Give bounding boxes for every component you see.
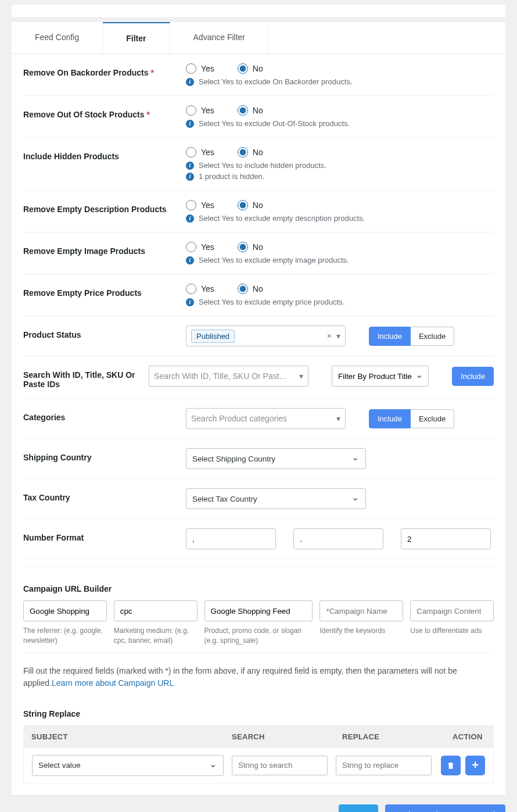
label-search-products: Search With ID, Title, SKU Or Paste IDs (23, 366, 149, 389)
th-search: SEARCH (232, 732, 342, 741)
string-search-input[interactable] (232, 756, 328, 775)
decimal-separator-input[interactable] (293, 528, 383, 549)
campaign-medium-desc: Marketing medium: (e.g. cpc, banner, ema… (114, 626, 198, 646)
string-replace-row: Select value + (23, 748, 494, 784)
decimal-precision-input[interactable] (401, 528, 491, 549)
help-empty-desc: Select Yes to exclude empty description … (199, 214, 365, 223)
label-tax-country: Tax Country (23, 488, 186, 502)
status-exclude-button[interactable]: Exclude (411, 327, 454, 346)
campaign-source-desc: The referrer: (e.g. google, newsletter) (23, 626, 107, 646)
tab-bar: Feed Config Filter Advance Filter (12, 22, 505, 54)
campaign-campaign-desc: Product, promo code, or slogan (e.g. spr… (204, 626, 313, 646)
update-generate-button[interactable]: Update And Generate Feed (385, 804, 505, 812)
filter-by-select[interactable]: Filter By Product Title (332, 366, 429, 387)
info-icon: i (186, 214, 194, 223)
chevron-down-icon[interactable]: ▾ (336, 331, 340, 341)
learn-more-link[interactable]: Learn more about Campaign URL (52, 678, 174, 688)
label-number-format: Number Format (23, 528, 186, 542)
info-icon: i (186, 162, 194, 170)
help-backorder: Select Yes to exclude On Backorder produ… (199, 77, 353, 86)
campaign-medium-input[interactable] (114, 600, 198, 621)
radio-hidden-no[interactable]: No (238, 147, 263, 158)
clear-icon[interactable]: × (327, 331, 332, 341)
radio-oos-yes[interactable]: Yes (186, 105, 214, 116)
help-empty-img: Select Yes to exclude empty image produc… (199, 256, 349, 264)
search-products-select[interactable]: Search With ID, Title, SKU Or Past… ▾ (149, 366, 308, 387)
radio-hidden-yes[interactable]: Yes (186, 147, 214, 158)
info-icon: i (186, 256, 194, 264)
th-subject: SUBJECT (31, 732, 232, 741)
status-tag-published: Published (191, 330, 235, 343)
radio-empty-desc-yes[interactable]: Yes (186, 200, 214, 210)
info-icon: i (186, 298, 194, 306)
filter-panel: Remove On Backorder Products * Yes No iS… (12, 54, 505, 795)
radio-backorder-yes[interactable]: Yes (186, 63, 214, 74)
string-replace-header: SUBJECT SEARCH REPLACE ACTION (23, 725, 494, 748)
radio-empty-desc-no[interactable]: No (238, 200, 263, 210)
add-row-button[interactable]: + (465, 756, 485, 775)
campaign-note: Fill out the required fields (marked wit… (23, 660, 494, 699)
label-include-hidden: Include Hidden Products (23, 147, 186, 161)
categories-include-button[interactable]: Include (369, 409, 411, 428)
trash-icon (447, 761, 455, 770)
label-remove-empty-price: Remove Empty Price Products (23, 284, 186, 298)
help-hidden-1: Select Yes to include hidden products. (199, 161, 326, 170)
search-placeholder: Search With ID, Title, SKU Or Past… (154, 371, 288, 381)
tab-feed-config[interactable]: Feed Config (12, 22, 103, 53)
radio-oos-no[interactable]: No (238, 105, 263, 116)
label-shipping-country: Shipping Country (23, 448, 186, 462)
campaign-name-input[interactable] (319, 600, 403, 621)
campaign-name-desc: Identify the keywords (319, 626, 403, 636)
campaign-content-input[interactable] (410, 600, 494, 621)
status-select[interactable]: Published ×▾ (186, 325, 346, 346)
search-include-button[interactable]: Include (452, 367, 494, 386)
radio-empty-price-yes[interactable]: Yes (186, 284, 214, 294)
tab-advance-filter[interactable]: Advance Filter (170, 22, 269, 53)
radio-empty-price-no[interactable]: No (238, 284, 263, 294)
plus-icon: + (472, 759, 479, 772)
radio-backorder-no[interactable]: No (238, 63, 263, 74)
categories-placeholder: Search Product categories (191, 414, 287, 423)
delete-row-button[interactable] (441, 756, 461, 775)
top-card (12, 5, 505, 17)
categories-select[interactable]: Search Product categories ▾ (186, 408, 346, 429)
label-categories: Categories (23, 408, 186, 422)
subject-select[interactable]: Select value (32, 755, 224, 776)
shipping-country-select[interactable]: Select Shipping Country (186, 448, 366, 469)
campaign-source-input[interactable] (23, 600, 107, 621)
campaign-content-desc: Use to differentiate ads (410, 626, 494, 636)
thousands-separator-input[interactable] (186, 528, 276, 549)
string-replace-heading: String Replace (23, 699, 494, 725)
label-product-status: Product Status (23, 325, 186, 339)
save-button[interactable]: Save (339, 804, 378, 812)
radio-empty-img-yes[interactable]: Yes (186, 242, 214, 252)
help-empty-price: Select Yes to exclude empty price produc… (199, 298, 344, 306)
label-remove-oos: Remove Out Of Stock Products * (23, 105, 186, 119)
label-remove-empty-desc: Remove Empty Description Products (23, 200, 186, 214)
radio-empty-img-no[interactable]: No (238, 242, 263, 252)
info-icon: i (186, 78, 194, 86)
string-replace-input[interactable] (336, 756, 432, 775)
tax-country-select[interactable]: Select Tax Country (186, 488, 366, 509)
status-include-button[interactable]: Include (369, 327, 411, 346)
campaign-campaign-input[interactable] (204, 600, 313, 621)
help-oos: Select Yes to exclude Out-Of-Stock produ… (199, 119, 350, 128)
help-hidden-2: 1 product is hidden. (199, 172, 264, 181)
campaign-url-heading: Campaign URL Builder (23, 574, 494, 600)
chevron-down-icon[interactable]: ▾ (299, 371, 303, 381)
label-remove-backorder: Remove On Backorder Products * (23, 63, 186, 77)
tab-filter[interactable]: Filter (103, 22, 170, 53)
chevron-down-icon[interactable]: ▾ (336, 414, 340, 423)
info-icon: i (186, 120, 194, 128)
th-action: ACTION (453, 732, 486, 741)
th-replace: REPLACE (342, 732, 453, 741)
categories-exclude-button[interactable]: Exclude (411, 409, 454, 428)
info-icon: i (186, 173, 194, 181)
label-remove-empty-img: Remove Empty Image Products (23, 242, 186, 256)
